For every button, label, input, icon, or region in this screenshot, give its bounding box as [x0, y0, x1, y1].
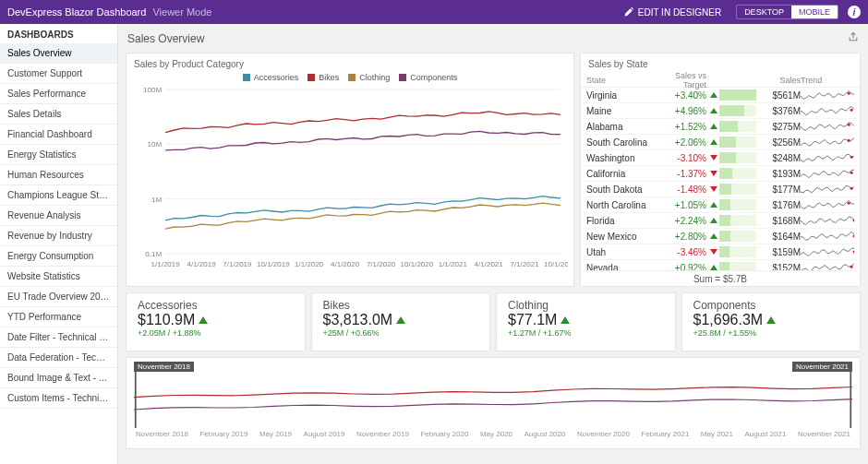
sidebar-item[interactable]: EU Trade Overview 2015 — [0, 287, 117, 307]
legend-item[interactable]: Components — [399, 73, 457, 82]
sidebar-item[interactable]: Revenue Analysis — [0, 206, 117, 226]
legend-item[interactable]: Clothing — [348, 73, 390, 82]
range-ticks: November 2018February 2019May 2019August… — [134, 430, 852, 438]
cell-target-pct: -1.48% — [651, 184, 706, 195]
cell-sales: $275M — [756, 122, 801, 132]
sidebar-item[interactable]: Sales Details — [0, 104, 117, 125]
sidebar-item[interactable]: Revenue by Industry — [0, 226, 117, 246]
table-row[interactable]: Virginia+3.40%$561M — [581, 88, 860, 103]
info-button[interactable]: i — [848, 6, 861, 18]
sidebar-item[interactable]: Energy Statistics — [0, 145, 117, 165]
sidebar-item[interactable]: Energy Consumption — [0, 246, 117, 267]
cell-target-pct: +2.80% — [651, 232, 706, 242]
cell-target-pct: -1.37% — [651, 169, 706, 179]
range-tick: November 2019 — [356, 430, 409, 438]
table-row[interactable]: North Carolina+1.05%$176M — [581, 197, 860, 213]
export-button[interactable] — [848, 31, 859, 45]
cell-sales-bar — [719, 137, 756, 148]
svg-text:1/1/2019: 1/1/2019 — [151, 260, 181, 268]
legend-item[interactable]: Bikes — [307, 73, 339, 82]
table-row[interactable]: Nevada+0.92%$152M — [581, 260, 860, 270]
svg-point-30 — [853, 250, 855, 253]
sidebar-item[interactable]: Date Filter - Technical Demo — [0, 327, 117, 348]
table-row[interactable]: New Mexico+2.80%$164M — [581, 229, 860, 244]
col-sales[interactable]: Sales — [756, 76, 801, 85]
sidebar-item[interactable]: Data Federation - Technical Demo — [0, 348, 117, 368]
cell-sparkline — [801, 151, 854, 164]
table-row[interactable]: Maine+4.96%$376M — [581, 103, 860, 119]
cell-state: New Mexico — [586, 232, 651, 242]
cell-sales: $168M — [756, 216, 801, 226]
cell-sales: $177M — [756, 184, 801, 195]
range-tick: August 2020 — [524, 430, 566, 438]
svg-text:10M: 10M — [148, 140, 163, 149]
card-value: $1,696.3M — [693, 312, 850, 328]
col-target[interactable]: Sales vs Target — [651, 71, 706, 89]
edit-in-designer-button[interactable]: EDIT IN DESIGNER — [616, 5, 729, 19]
cell-sparkline — [801, 261, 854, 270]
cell-sales: $248M — [756, 153, 801, 163]
cell-sales-bar — [719, 215, 756, 226]
up-arrow-icon — [396, 316, 405, 324]
summary-card[interactable]: Accessories$110.9M+2.05M / +1.88% — [126, 292, 306, 351]
cell-trend-arrow — [706, 218, 719, 223]
page-title: Sales Overview — [127, 32, 204, 45]
cell-sparkline — [801, 198, 854, 211]
up-arrow-icon — [561, 316, 570, 324]
line-chart[interactable]: 0.1M1M10M100M1/1/20194/1/20197/1/201910/… — [132, 86, 568, 270]
legend-item[interactable]: Accessories — [243, 73, 299, 82]
range-tick: May 2021 — [701, 430, 733, 438]
table-row[interactable]: Utah-3.46%$159M — [581, 244, 860, 260]
card-value: $3,813.0M — [323, 312, 479, 328]
summary-card[interactable]: Components$1,696.3M+25.8M / +1.55% — [681, 292, 862, 351]
svg-text:7/1/2020: 7/1/2020 — [367, 260, 396, 268]
card-title: Accessories — [138, 299, 294, 312]
sidebar-item[interactable]: Financial Dashboard — [0, 125, 117, 145]
mobile-toggle[interactable]: MOBILE — [791, 6, 838, 18]
sidebar-item[interactable]: YTD Performance — [0, 307, 117, 327]
cell-sparkline — [801, 230, 854, 243]
table-row[interactable]: Alabama+1.52%$275M — [581, 119, 860, 135]
cell-sales: $256M — [756, 137, 801, 148]
svg-text:4/1/2019: 4/1/2019 — [187, 260, 216, 268]
table-row[interactable]: South Carolina+2.06%$256M — [581, 135, 860, 150]
dashboard-sidebar[interactable]: DASHBOARDS Sales OverviewCustomer Suppor… — [0, 24, 118, 464]
sidebar-item[interactable]: Sales Performance — [0, 84, 117, 104]
card-title: Components — [693, 299, 850, 312]
sidebar-item[interactable]: Customer Support — [0, 64, 117, 84]
cell-sales-bar — [719, 199, 756, 210]
table-row[interactable]: California-1.37%$193M — [581, 166, 860, 182]
range-chart[interactable] — [134, 362, 852, 428]
cell-target-pct: +0.92% — [651, 263, 706, 271]
range-start-label[interactable]: November 2018 — [134, 362, 194, 372]
svg-point-26 — [850, 187, 853, 190]
table-row[interactable]: Washington-3.10%$248M — [581, 150, 860, 166]
svg-point-31 — [850, 266, 853, 268]
col-state[interactable]: State — [586, 76, 651, 85]
sidebar-item[interactable]: Website Statistics — [0, 267, 117, 287]
view-mode-toggle[interactable]: DESKTOP MOBILE — [736, 5, 838, 19]
desktop-toggle[interactable]: DESKTOP — [737, 6, 791, 18]
range-selector[interactable]: November 2018 November 2021 November 201… — [126, 357, 861, 449]
svg-text:10/1/2021: 10/1/2021 — [544, 260, 568, 268]
cell-trend-arrow — [706, 186, 719, 192]
sidebar-item[interactable]: Sales Overview — [0, 43, 117, 64]
range-end-label[interactable]: November 2021 — [792, 362, 852, 372]
card-value: $77.1M — [508, 312, 664, 328]
cell-sparkline — [801, 214, 854, 227]
sidebar-item[interactable]: Human Resources — [0, 165, 117, 185]
sidebar-item[interactable]: Bound Image & Text - Technical Demo — [0, 368, 117, 388]
sidebar-item[interactable]: Custom Items - Technical Demo — [0, 388, 117, 409]
sidebar-item[interactable]: Champions League Statistics — [0, 185, 117, 206]
cell-sales-bar — [719, 246, 756, 257]
summary-card[interactable]: Bikes$3,813.0M+25M / +0.66% — [311, 292, 491, 351]
table-row[interactable]: Florida+2.24%$168M — [581, 213, 860, 229]
svg-point-29 — [853, 234, 855, 237]
cell-sparkline — [801, 167, 854, 180]
cell-sales: $561M — [756, 90, 801, 101]
cell-state: Nevada — [586, 263, 651, 271]
summary-card[interactable]: Clothing$77.1M+1.27M / +1.67% — [496, 292, 676, 351]
table-row[interactable]: South Dakota-1.48%$177M — [581, 182, 860, 197]
cell-trend-arrow — [706, 171, 719, 176]
col-trend[interactable]: Trend — [801, 76, 854, 85]
